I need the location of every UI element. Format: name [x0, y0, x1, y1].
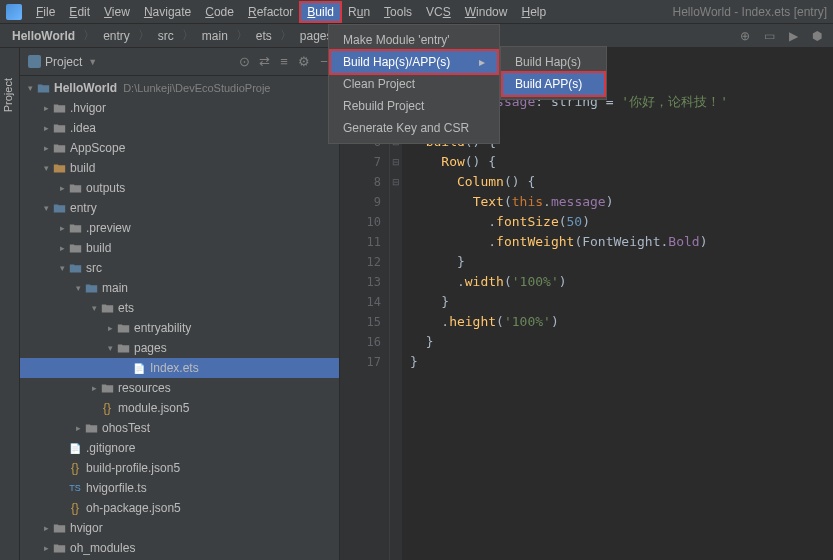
code-line[interactable]: } — [410, 252, 833, 272]
code-line[interactable]: .fontWeight(FontWeight.Bold) — [410, 232, 833, 252]
tree-row[interactable]: ▾pages — [20, 338, 339, 358]
breadcrumb-item[interactable]: entry — [99, 27, 134, 45]
tree-row[interactable]: ▾main — [20, 278, 339, 298]
breadcrumb-item[interactable]: src — [154, 27, 178, 45]
build-hap-app-submenu: Build Hap(s)Build APP(s) — [500, 46, 607, 100]
tree-root[interactable]: ▾HelloWorldD:\Lunkeji\DevEcoStudioProje — [20, 78, 339, 98]
add-icon[interactable]: ▭ — [761, 28, 777, 44]
tree-row[interactable]: ▸ohosTest — [20, 418, 339, 438]
menu-item[interactable]: Generate Key and CSR — [329, 117, 499, 139]
code-line[interactable]: Column() { — [410, 172, 833, 192]
sidebar-rail[interactable]: Project — [0, 48, 20, 560]
code-line[interactable]: .height('100%') — [410, 312, 833, 332]
expand-tool-icon[interactable]: ⇄ — [257, 55, 271, 69]
settings-tool-icon[interactable]: ⚙ — [297, 55, 311, 69]
menu-tools[interactable]: Tools — [378, 3, 418, 21]
panel-header: Project ▼ ⊙ ⇄ ≡ ⚙ − — [20, 48, 339, 76]
tree-row[interactable]: ▸outputs — [20, 178, 339, 198]
menu-help[interactable]: Help — [515, 3, 552, 21]
menu-item[interactable]: Make Module 'entry' — [329, 29, 499, 51]
rail-label-project[interactable]: Project — [2, 78, 14, 112]
submenu-item[interactable]: Build Hap(s) — [501, 51, 606, 73]
breadcrumb-item[interactable]: main — [198, 27, 232, 45]
tree-row[interactable]: ▾src — [20, 258, 339, 278]
code-line[interactable]: } — [410, 352, 833, 372]
tree-row[interactable]: TShvigorfile.ts — [20, 478, 339, 498]
collapse-tool-icon[interactable]: ≡ — [277, 55, 291, 69]
code-line[interactable]: Row() { — [410, 152, 833, 172]
tree-row[interactable]: ▸.preview — [20, 218, 339, 238]
breadcrumb-separator-icon: 〉 — [236, 27, 248, 44]
breadcrumb-toolbar: ⊕ ▭ ▶ ⬢ — [737, 28, 825, 44]
menu-build[interactable]: Build — [299, 1, 342, 23]
tree-row[interactable]: ▸.idea — [20, 118, 339, 138]
tree-row[interactable]: ▸entryability — [20, 318, 339, 338]
panel-title[interactable]: Project ▼ — [28, 55, 97, 69]
menu-refactor[interactable]: Refactor — [242, 3, 299, 21]
menu-file[interactable]: File — [30, 3, 61, 21]
project-icon — [28, 55, 41, 68]
tree-row[interactable]: 📄Index.ets — [20, 358, 339, 378]
code-line[interactable]: .fontSize(50) — [410, 212, 833, 232]
breadcrumb-separator-icon: 〉 — [83, 27, 95, 44]
tree-row[interactable]: 📄.gitignore — [20, 438, 339, 458]
menu-window[interactable]: Window — [459, 3, 514, 21]
tree-row[interactable]: ▸AppScope — [20, 138, 339, 158]
target-icon[interactable]: ⊕ — [737, 28, 753, 44]
code-line[interactable]: .width('100%') — [410, 272, 833, 292]
breadcrumb-item[interactable]: HelloWorld — [8, 27, 79, 45]
breadcrumb-separator-icon: 〉 — [280, 27, 292, 44]
project-panel: Project ▼ ⊙ ⇄ ≡ ⚙ − ▾HelloWorldD:\Lunkej… — [20, 48, 340, 560]
tree-row[interactable]: ▾build — [20, 158, 339, 178]
tree-row[interactable]: ▾entry — [20, 198, 339, 218]
code-line[interactable]: Text(this.message) — [410, 192, 833, 212]
menu-vcs[interactable]: VCS — [420, 3, 457, 21]
breadcrumb-item[interactable]: ets — [252, 27, 276, 45]
target-tool-icon[interactable]: ⊙ — [237, 55, 251, 69]
tree-row[interactable]: {}oh-package.json5 — [20, 498, 339, 518]
code-line[interactable]: } — [410, 332, 833, 352]
menu-item[interactable]: Build Hap(s)/APP(s)▸ — [329, 49, 499, 75]
run-icon[interactable]: ▶ — [785, 28, 801, 44]
dropdown-icon: ▼ — [88, 57, 97, 67]
breadcrumb-separator-icon: 〉 — [182, 27, 194, 44]
app-logo-icon — [6, 4, 22, 20]
tree-row[interactable]: ▾ets — [20, 298, 339, 318]
tree-row[interactable]: ▸resources — [20, 378, 339, 398]
tree-row[interactable]: ▸oh_modules — [20, 538, 339, 558]
menu-edit[interactable]: Edit — [63, 3, 96, 21]
tree-row[interactable]: {}module.json5 — [20, 398, 339, 418]
menubar: FileEditViewNavigateCodeRefactorBuildRun… — [30, 3, 552, 21]
build-menu-dropdown: Make Module 'entry'Build Hap(s)/APP(s)▸C… — [328, 24, 500, 144]
panel-title-text: Project — [45, 55, 82, 69]
tree-row[interactable]: ▸.hvigor — [20, 98, 339, 118]
breadcrumb-separator-icon: 〉 — [138, 27, 150, 44]
menu-navigate[interactable]: Navigate — [138, 3, 197, 21]
submenu-item[interactable]: Build APP(s) — [501, 71, 606, 97]
titlebar: FileEditViewNavigateCodeRefactorBuildRun… — [0, 0, 833, 24]
tree-row[interactable]: ▸build — [20, 238, 339, 258]
tree-row[interactable]: {}build-profile.json5 — [20, 458, 339, 478]
code-line[interactable]: } — [410, 292, 833, 312]
menu-item[interactable]: Clean Project — [329, 73, 499, 95]
menu-run[interactable]: Run — [342, 3, 376, 21]
debug-icon[interactable]: ⬢ — [809, 28, 825, 44]
tree-row[interactable]: ▸hvigor — [20, 518, 339, 538]
menu-code[interactable]: Code — [199, 3, 240, 21]
menu-view[interactable]: View — [98, 3, 136, 21]
project-tree[interactable]: ▾HelloWorldD:\Lunkeji\DevEcoStudioProje▸… — [20, 76, 339, 560]
window-title: HelloWorld - Index.ets [entry] — [672, 5, 827, 19]
menu-item[interactable]: Rebuild Project — [329, 95, 499, 117]
